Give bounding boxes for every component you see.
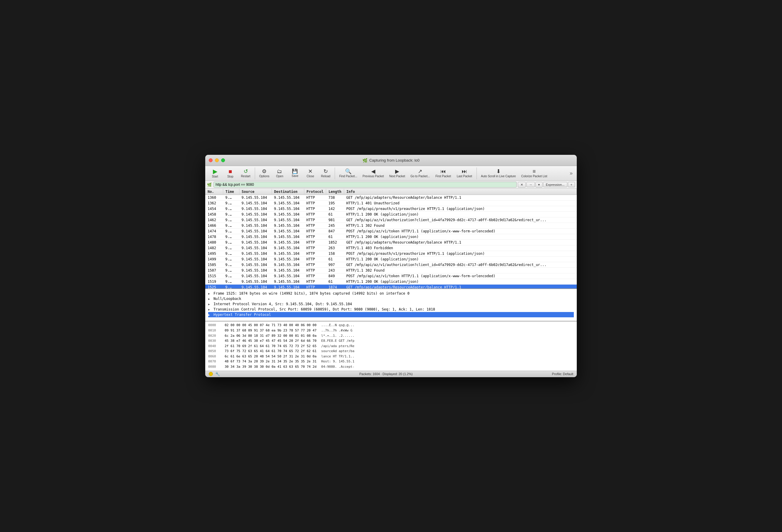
restart-button[interactable]: ↺ Restart [238,168,253,179]
packet-list[interactable]: No. Time Source Destination Protocol Len… [205,189,577,289]
detail-row-frame[interactable]: ▶ Frame 1525: 1874 bytes on wire (14992 … [208,291,574,296]
table-row[interactable]: 15199.…9.145.55.1049.145.55.104HTTP61HTT… [205,279,577,285]
table-row[interactable]: 14959.…9.145.55.1049.145.55.104HTTP158PO… [205,251,577,256]
options-button[interactable]: ⚙ Options [257,168,272,179]
table-row[interactable]: 14829.…9.145.55.1049.145.55.104HTTP263HT… [205,245,577,251]
reload-button[interactable]: ↻ Reload [318,168,333,179]
table-cell: HTTP/1.1 200 OK (application/json) [344,234,576,240]
colorize-button[interactable]: ≡ Colorize Packet List [519,168,549,179]
first-icon: ⏮ [440,169,446,174]
table-row[interactable]: 14809.…9.145.55.1049.145.55.104HTTP1852G… [205,240,577,245]
table-row[interactable]: 14669.…9.145.55.1049.145.55.104HTTP245HT… [205,223,577,228]
close-window-button[interactable] [209,158,213,162]
table-row[interactable]: 13629.…9.145.55.1049.145.55.104HTTP195HT… [205,201,577,206]
hex-offset: 0010 [208,328,220,333]
table-cell: 9.145.55.104 [239,234,272,240]
table-cell: HTTP [304,273,326,279]
next-packet-button[interactable]: ▶ Next Packet [387,168,407,179]
open-button[interactable]: 🗂 Open [272,168,287,179]
table-cell: 61 [326,256,344,262]
table-cell: HTTP/1.1 403 Forbidden [344,245,576,251]
hex-offset: 0080 [208,364,220,369]
first-packet-button[interactable]: ⏮ First Packet [433,168,454,179]
stop-button[interactable]: ■ Stop [223,167,238,179]
table-cell: 9.145.55.104 [239,285,272,289]
hex-rows: 0000 02 00 00 00 45 00 07 4e 71 73 40 00… [208,323,574,369]
filter-input[interactable] [213,182,517,187]
table-cell: POST /mfp/api/az/v1/token HTTP/1.1 (appl… [344,228,576,234]
find-label: Find Packet... [339,175,357,178]
detail-text-null: Null/Loopback [213,297,241,301]
hex-ascii: 04:9080. .Accept- [321,364,354,369]
table-row[interactable]: 14629.…9.145.55.1049.145.55.104HTTP981GE… [205,217,577,223]
table-row[interactable]: 15079.…9.145.55.1049.145.55.104HTTP243HT… [205,268,577,273]
expand-arrow-null: ▶ [208,297,212,300]
table-cell: 9.145.55.104 [239,212,272,217]
colorize-icon: ≡ [533,169,536,174]
start-icon: ▶ [213,168,217,174]
find-packet-button[interactable]: 🔍 Find Packet... [337,168,359,179]
autoscroll-label: Auto Scroll in Live Capture [481,175,516,178]
filter-dropdown-button[interactable]: ▾ [535,182,542,187]
filter-bar: 🌿 ✕ → ▾ Expression... + [205,181,577,189]
table-cell: 9.145.55.104 [239,217,272,223]
start-button[interactable]: ▶ Start [208,167,222,179]
save-button[interactable]: 💾 Save [287,168,302,179]
maximize-window-button[interactable] [221,158,225,162]
hex-bytes: 30 34 3a 39 30 38 30 0d 0a 41 63 63 65 7… [225,364,316,369]
table-header: No. Time Source Destination Protocol Len… [205,189,577,195]
autoscroll-button[interactable]: ⬇ Auto Scroll in Live Capture [478,168,518,179]
filter-actions: ✕ → ▾ Expression... + [518,182,575,187]
hex-row: 0080 30 34 3a 39 30 38 30 0d 0a 41 63 63… [208,364,574,369]
table-row[interactable]: 15059.…9.145.55.1049.145.55.104HTTP997GE… [205,262,577,268]
table-cell: 738 [326,195,344,201]
table-cell: 1360 [205,195,223,201]
add-filter-button[interactable]: + [568,182,575,187]
reload-label: Reload [321,175,330,178]
goto-packet-button[interactable]: ↗ Go to Packet... [408,168,432,179]
expression-button[interactable]: Expression... [543,182,567,187]
previous-packet-button[interactable]: ◀ Previous Packet [360,168,386,179]
status-left: 🔧 [209,372,220,376]
table-cell: 1525 [205,285,223,289]
table-cell: 1482 [205,245,223,251]
table-cell: 9.145.55.104 [272,212,304,217]
detail-row-http[interactable]: ▶ Hypertext Transfer Protocol [208,312,574,317]
table-row[interactable]: 14589.…9.145.55.1049.145.55.104HTTP61HTT… [205,212,577,217]
table-row[interactable]: 14789.…9.145.55.1049.145.55.104HTTP61HTT… [205,234,577,240]
hex-panel: 0000 02 00 00 00 45 00 07 4e 71 73 40 00… [205,321,577,370]
open-label: Open [276,175,283,178]
table-row[interactable]: 15159.…9.145.55.1049.145.55.104HTTP849PO… [205,273,577,279]
table-cell: 9.145.55.104 [239,268,272,273]
table-cell: 9.… [223,273,239,279]
options-icon: ⚙ [262,169,266,174]
table-row[interactable]: 15259.…9.145.55.1049.145.55.104HTTP1874G… [205,285,577,289]
stop-icon: ■ [228,168,232,174]
table-row[interactable]: 14549.…9.145.55.1049.145.55.104HTTP142PO… [205,206,577,212]
status-settings-icon[interactable]: 🔧 [215,372,220,376]
detail-row-null[interactable]: ▶ Null/Loopback [208,296,574,302]
hex-offset: 0070 [208,359,220,364]
more-button[interactable]: » [568,169,574,178]
filter-apply-button[interactable]: → [526,182,535,187]
table-cell: HTTP [304,279,326,285]
status-dot [209,372,213,376]
detail-text-frame: Frame 1525: 1874 bytes on wire (14992 bi… [213,291,410,295]
table-row[interactable]: 14999.…9.145.55.1049.145.55.104HTTP61HTT… [205,256,577,262]
table-cell: 9.145.55.104 [239,223,272,228]
table-row[interactable]: 13609.…9.145.55.1049.145.55.104HTTP738GE… [205,195,577,201]
last-packet-button[interactable]: ⏭ Last Packet [454,168,475,179]
table-row[interactable]: 14749.…9.145.55.1049.145.55.104HTTP847PO… [205,228,577,234]
table-cell: 1519 [205,279,223,285]
filter-clear-button[interactable]: ✕ [518,182,526,187]
detail-row-tcp[interactable]: ▶ Transmission Control Protocol, Src Por… [208,307,574,312]
minimize-window-button[interactable] [215,158,219,162]
hex-offset: 0060 [208,354,220,359]
hex-ascii: ....E..N qs@.@... [321,323,354,328]
table-cell: 9.145.55.104 [272,268,304,273]
prev-icon: ◀ [371,169,376,174]
table-cell: 9.… [223,256,239,262]
close-button[interactable]: ✕ Close [303,168,318,179]
first-label: First Packet [435,175,451,178]
detail-row-ip[interactable]: ▶ Internet Protocol Version 4, Src: 9.14… [208,302,574,307]
